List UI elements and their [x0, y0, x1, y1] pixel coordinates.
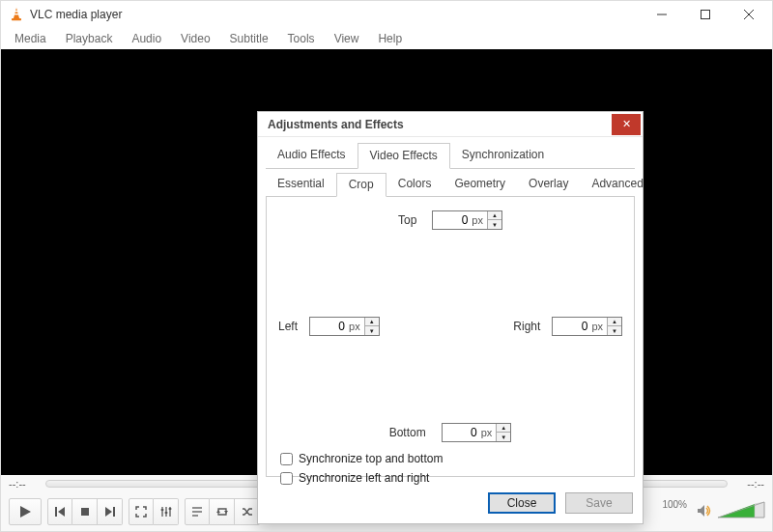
- svg-marker-25: [698, 505, 704, 517]
- playlist-icon: [191, 506, 203, 518]
- svg-rect-9: [55, 507, 57, 517]
- crop-top-step-down[interactable]: ▼: [488, 220, 501, 229]
- subtab-crop[interactable]: Crop: [336, 173, 386, 197]
- svg-marker-24: [216, 510, 220, 513]
- crop-bottom-input[interactable]: [443, 424, 481, 441]
- sync-tb-input[interactable]: [280, 453, 293, 465]
- menu-playback[interactable]: Playback: [56, 30, 123, 47]
- menu-video[interactable]: Video: [171, 30, 219, 47]
- menu-bar: Media Playback Audio Video Subtitle Tool…: [1, 28, 772, 49]
- volume-percent-label: 100%: [662, 499, 687, 510]
- time-elapsed: --:--: [9, 478, 38, 490]
- crop-left-spinner[interactable]: px ▲ ▼: [309, 317, 380, 336]
- fullscreen-button[interactable]: [129, 498, 154, 525]
- menu-audio[interactable]: Audio: [122, 30, 171, 47]
- maximize-button[interactable]: [683, 1, 727, 28]
- extended-settings-button[interactable]: [154, 498, 179, 525]
- skip-previous-icon: [54, 506, 66, 518]
- subtab-essential[interactable]: Essential: [266, 173, 336, 196]
- dialog-body: Audio Effects Video Effects Synchronizat…: [258, 137, 643, 485]
- menu-media[interactable]: Media: [5, 30, 56, 47]
- stop-icon: [79, 506, 91, 518]
- time-remaining: --:--: [735, 478, 764, 490]
- unit-label: px: [349, 318, 364, 335]
- svg-marker-27: [755, 502, 764, 518]
- effect-category-tabs: Audio Effects Video Effects Synchronizat…: [266, 143, 635, 169]
- menu-tools[interactable]: Tools: [278, 30, 325, 47]
- svg-rect-1: [14, 11, 19, 12]
- crop-left-step-down[interactable]: ▼: [365, 326, 379, 335]
- dialog-close-button[interactable]: ✕: [612, 114, 641, 135]
- crop-bottom-label: Bottom: [389, 426, 426, 439]
- play-button[interactable]: [9, 498, 42, 525]
- crop-right-step-down[interactable]: ▼: [608, 326, 621, 335]
- loop-icon: [216, 506, 228, 518]
- app-window: VLC media player Media Playback Audio Vi…: [0, 0, 773, 532]
- crop-bottom-spinner[interactable]: px ▲ ▼: [442, 423, 512, 442]
- crop-bottom-step-up[interactable]: ▲: [497, 424, 510, 433]
- subtab-geometry[interactable]: Geometry: [443, 173, 517, 196]
- speaker-icon[interactable]: [697, 504, 712, 520]
- crop-right-label: Right: [513, 320, 540, 333]
- dialog-header[interactable]: Adjustments and Effects ✕: [258, 112, 643, 137]
- close-window-button[interactable]: [727, 1, 770, 28]
- tab-audio-effects[interactable]: Audio Effects: [266, 143, 358, 168]
- loop-button[interactable]: [210, 498, 235, 525]
- shuffle-icon: [242, 506, 253, 518]
- unit-label: px: [591, 318, 607, 335]
- dialog-title: Adjustments and Effects: [268, 118, 404, 131]
- crop-right-step-up[interactable]: ▲: [608, 318, 621, 326]
- svg-marker-13: [105, 507, 112, 517]
- crop-right-input[interactable]: [553, 318, 591, 335]
- crop-bottom-step-down[interactable]: ▼: [497, 433, 510, 441]
- sync-left-right-checkbox[interactable]: Synchronize left and right: [280, 471, 622, 485]
- subtab-overlay[interactable]: Overlay: [517, 173, 580, 196]
- svg-rect-12: [113, 507, 115, 517]
- svg-marker-10: [58, 507, 65, 517]
- stop-button[interactable]: [72, 498, 98, 525]
- menu-help[interactable]: Help: [368, 30, 412, 47]
- previous-button[interactable]: [47, 498, 72, 525]
- equalizer-icon: [160, 506, 172, 518]
- svg-rect-19: [168, 508, 171, 510]
- svg-rect-18: [164, 512, 167, 514]
- crop-top-label: Top: [398, 213, 416, 227]
- dialog-footer: Close Save: [258, 485, 643, 523]
- tab-synchronization[interactable]: Synchronization: [450, 143, 556, 168]
- svg-marker-8: [20, 506, 31, 518]
- svg-rect-5: [701, 11, 709, 19]
- crop-panel: Top px ▲ ▼: [266, 197, 635, 477]
- svg-marker-0: [14, 8, 19, 18]
- crop-right-spinner[interactable]: px ▲ ▼: [552, 317, 622, 336]
- window-controls: [640, 1, 770, 28]
- dialog-close-action[interactable]: Close: [488, 492, 556, 514]
- volume-control: 100%: [666, 502, 764, 521]
- svg-rect-11: [81, 508, 89, 516]
- menu-subtitle[interactable]: Subtitle: [220, 30, 278, 47]
- dialog-save-action[interactable]: Save: [565, 492, 633, 514]
- fullscreen-icon: [135, 506, 147, 518]
- crop-top-step-up[interactable]: ▲: [488, 211, 501, 220]
- crop-top-spinner[interactable]: px ▲ ▼: [432, 210, 502, 230]
- svg-rect-17: [160, 509, 163, 511]
- svg-rect-2: [14, 14, 19, 14]
- playlist-button[interactable]: [185, 498, 210, 525]
- vlc-cone-icon: [9, 7, 24, 22]
- unit-label: px: [472, 211, 487, 229]
- minimize-button[interactable]: [640, 1, 683, 28]
- crop-left-step-up[interactable]: ▲: [365, 318, 379, 326]
- sync-top-bottom-checkbox[interactable]: Synchronize top and bottom: [280, 452, 622, 465]
- play-icon: [18, 505, 32, 518]
- menu-view[interactable]: View: [325, 30, 369, 47]
- crop-left-label: Left: [278, 320, 298, 333]
- subtab-advanced[interactable]: Advanced: [580, 173, 654, 196]
- subtab-colors[interactable]: Colors: [386, 173, 444, 196]
- volume-slider[interactable]: [718, 502, 764, 521]
- next-button[interactable]: [98, 498, 123, 525]
- sync-lr-input[interactable]: [280, 472, 293, 485]
- tab-video-effects[interactable]: Video Effects: [358, 143, 450, 169]
- svg-rect-3: [12, 18, 21, 20]
- crop-left-input[interactable]: [310, 318, 349, 335]
- adjustments-effects-dialog: Adjustments and Effects ✕ Audio Effects …: [257, 111, 644, 524]
- crop-top-input[interactable]: [433, 211, 472, 229]
